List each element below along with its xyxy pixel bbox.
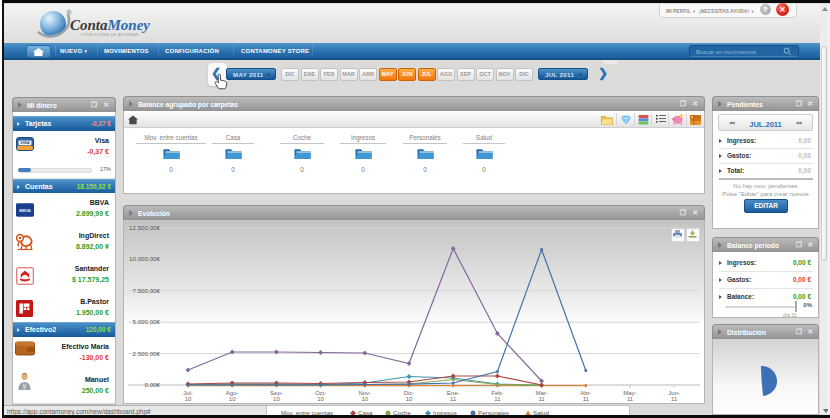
- svg-text:12.500,00€: 12.500,00€: [129, 224, 161, 231]
- svg-text:Jun-: Jun-: [668, 390, 680, 396]
- svg-text:Feb-: Feb-: [491, 390, 503, 396]
- svg-text:Dic-: Dic-: [404, 390, 415, 396]
- svg-text:VISA: VISA: [20, 140, 29, 145]
- svg-text:7.500,00€: 7.500,00€: [132, 287, 160, 294]
- svg-text:Ene-: Ene-: [447, 390, 460, 396]
- svg-text:11: 11: [494, 396, 501, 402]
- svg-text:10: 10: [317, 396, 324, 402]
- svg-text:11: 11: [671, 396, 678, 402]
- svg-text:Ago-: Ago-: [226, 390, 239, 396]
- svg-text:10: 10: [273, 396, 280, 402]
- svg-text:BBVA: BBVA: [19, 208, 31, 213]
- svg-text:Abr-: Abr-: [580, 390, 591, 396]
- svg-text:Sep-: Sep-: [270, 390, 283, 396]
- svg-text:10.000,00€: 10.000,00€: [129, 255, 161, 262]
- svg-text:10: 10: [406, 396, 413, 402]
- svg-text:0,00€: 0,00€: [145, 381, 161, 388]
- svg-text:11: 11: [538, 396, 545, 402]
- svg-text:May-: May-: [623, 390, 636, 396]
- svg-text:Oct-: Oct-: [315, 390, 326, 396]
- svg-text:Jul-: Jul-: [183, 390, 193, 396]
- svg-text:11: 11: [583, 396, 590, 402]
- svg-text:2.500,00€: 2.500,00€: [132, 350, 160, 357]
- svg-text:10: 10: [361, 396, 368, 402]
- svg-text:Nov-: Nov-: [358, 390, 371, 396]
- svg-text:Mar-: Mar-: [535, 390, 547, 396]
- svg-text:10: 10: [185, 396, 192, 402]
- svg-text:10: 10: [229, 396, 236, 402]
- svg-text:11: 11: [627, 396, 634, 402]
- svg-text:5.000,00€: 5.000,00€: [132, 318, 160, 325]
- svg-text:11: 11: [450, 396, 457, 402]
